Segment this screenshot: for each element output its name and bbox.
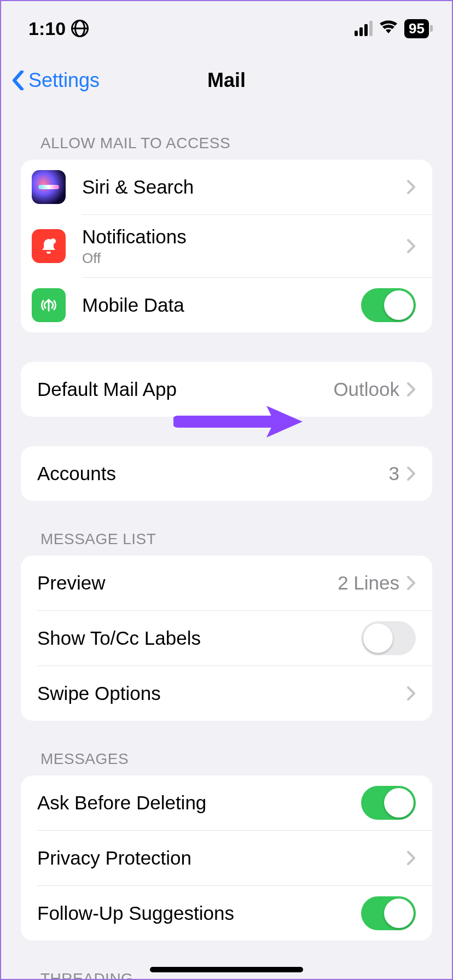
chevron-right-icon bbox=[407, 382, 416, 396]
row-privacy-protection[interactable]: Privacy Protection bbox=[21, 831, 432, 885]
section-header-message-list: Message List bbox=[1, 530, 452, 556]
home-indicator bbox=[150, 967, 303, 972]
group-accounts: Accounts 3 bbox=[21, 446, 432, 501]
group-default-app: Default Mail App Outlook bbox=[21, 362, 432, 417]
row-accounts[interactable]: Accounts 3 bbox=[21, 446, 432, 501]
row-label: Preview bbox=[37, 572, 338, 594]
battery-indicator: 95 bbox=[404, 19, 429, 38]
row-label: Show To/Cc Labels bbox=[37, 627, 361, 649]
section-header-access: Allow Mail to Access bbox=[1, 135, 452, 160]
cellular-signal-icon bbox=[355, 21, 373, 36]
row-label: Follow-Up Suggestions bbox=[37, 902, 361, 924]
chevron-right-icon bbox=[407, 851, 416, 865]
row-label: Default Mail App bbox=[37, 378, 333, 400]
toggle-follow-up[interactable] bbox=[361, 896, 416, 930]
toggle-mobile-data[interactable] bbox=[361, 288, 416, 322]
row-label: Mobile Data bbox=[82, 294, 361, 316]
row-label: Notifications bbox=[82, 226, 407, 248]
mobile-data-icon bbox=[32, 288, 66, 322]
row-follow-up-suggestions: Follow-Up Suggestions bbox=[21, 886, 432, 941]
row-value: 2 Lines bbox=[338, 572, 399, 594]
row-label: Privacy Protection bbox=[37, 847, 407, 869]
toggle-ask-before-deleting[interactable] bbox=[361, 786, 416, 820]
toggle-show-tocc[interactable] bbox=[361, 621, 416, 655]
chevron-right-icon bbox=[407, 576, 416, 590]
row-sublabel: Off bbox=[82, 250, 407, 267]
row-siri-search[interactable]: Siri & Search bbox=[21, 160, 432, 214]
row-notifications[interactable]: Notifications Off bbox=[21, 215, 432, 277]
chevron-right-icon bbox=[407, 466, 416, 481]
chevron-right-icon bbox=[407, 686, 416, 701]
group-messages: Ask Before Deleting Privacy Protection F… bbox=[21, 775, 432, 941]
navigation-bar: Settings Mail bbox=[1, 56, 452, 105]
wifi-icon bbox=[379, 19, 398, 38]
row-ask-before-deleting: Ask Before Deleting bbox=[21, 775, 432, 830]
row-label: Ask Before Deleting bbox=[37, 792, 361, 814]
row-show-tocc: Show To/Cc Labels bbox=[21, 611, 432, 666]
row-preview[interactable]: Preview 2 Lines bbox=[21, 556, 432, 610]
notifications-icon bbox=[32, 229, 66, 263]
chevron-right-icon bbox=[407, 239, 416, 253]
row-value: 3 bbox=[389, 463, 399, 485]
group-access: Siri & Search Notifications Off Mobile D bbox=[21, 160, 432, 332]
row-swipe-options[interactable]: Swipe Options bbox=[21, 666, 432, 721]
row-mobile-data: Mobile Data bbox=[21, 278, 432, 332]
section-header-messages: Messages bbox=[1, 750, 452, 775]
status-bar: 1:10 95 bbox=[1, 1, 452, 56]
chevron-right-icon bbox=[407, 180, 416, 194]
row-default-mail-app[interactable]: Default Mail App Outlook bbox=[21, 362, 432, 417]
row-label: Swipe Options bbox=[37, 682, 407, 704]
row-value: Outlook bbox=[333, 378, 399, 400]
location-globe-icon bbox=[71, 20, 89, 37]
status-time: 1:10 bbox=[28, 18, 66, 39]
page-title: Mail bbox=[1, 69, 452, 92]
row-label: Siri & Search bbox=[82, 176, 407, 198]
group-message-list: Preview 2 Lines Show To/Cc Labels Swipe … bbox=[21, 556, 432, 721]
row-label: Accounts bbox=[37, 463, 389, 485]
siri-icon bbox=[32, 170, 66, 204]
svg-point-0 bbox=[50, 238, 56, 244]
